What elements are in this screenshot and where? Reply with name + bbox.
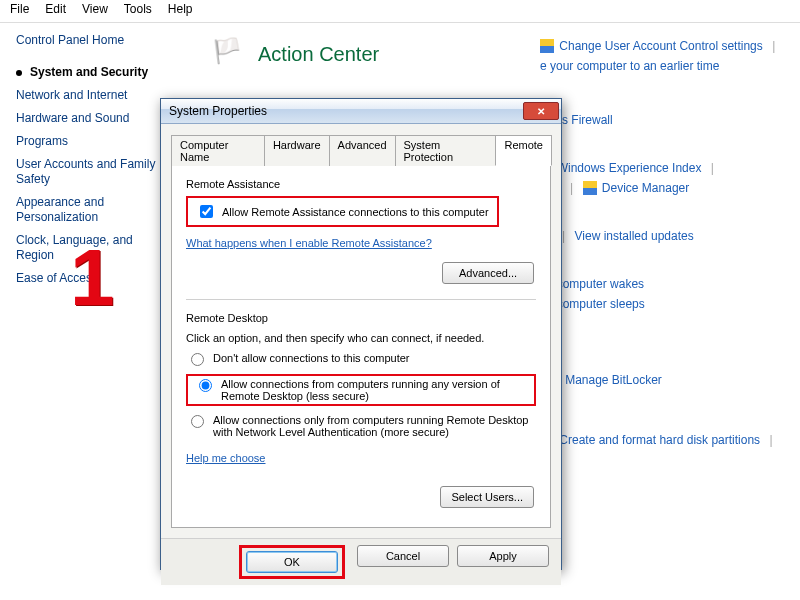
dialog-titlebar[interactable]: System Properties ✕: [161, 99, 561, 124]
tab-strip: Computer Name Hardware Advanced System P…: [171, 134, 551, 166]
menubar: File Edit View Tools Help: [0, 0, 800, 23]
radio-allow-any[interactable]: Allow connections from computers running…: [186, 374, 536, 406]
tab-panel-remote: Remote Assistance Allow Remote Assistanc…: [171, 166, 551, 528]
sidebar-item-network[interactable]: Network and Internet: [16, 88, 174, 103]
sidebar-item-hardware[interactable]: Hardware and Sound: [16, 111, 174, 126]
flag-icon: 🏳️: [212, 37, 242, 65]
apply-button[interactable]: Apply: [457, 545, 549, 567]
radio-dont-allow-input[interactable]: [191, 353, 204, 366]
dialog-footer: OK Cancel Apply: [161, 538, 561, 585]
control-panel-home-link[interactable]: Control Panel Home: [16, 33, 174, 47]
link-installed-updates[interactable]: View installed updates: [575, 229, 694, 243]
dialog-title: System Properties: [169, 104, 523, 118]
ok-button[interactable]: OK: [246, 551, 338, 573]
help-remote-assistance-link[interactable]: What happens when I enable Remote Assist…: [186, 237, 536, 249]
radio-dont-allow[interactable]: Don't allow connections to this computer: [186, 352, 536, 366]
link-devmgr[interactable]: Device Manager: [602, 181, 689, 195]
radio-allow-nla-input[interactable]: [191, 415, 204, 428]
bullet-icon: [16, 70, 22, 76]
ok-highlight: OK: [239, 545, 345, 579]
cancel-button[interactable]: Cancel: [357, 545, 449, 567]
sidebar-item-programs[interactable]: Programs: [16, 134, 174, 149]
tab-system-protection[interactable]: System Protection: [395, 135, 497, 166]
link-wei[interactable]: he Windows Experience Index: [540, 161, 701, 175]
menu-edit[interactable]: Edit: [39, 2, 72, 20]
link-sleep[interactable]: he computer sleeps: [540, 297, 790, 311]
shield-icon: [583, 181, 597, 195]
allow-remote-assistance-checkbox[interactable]: [200, 205, 213, 218]
link-bitlocker[interactable]: Manage BitLocker: [565, 373, 662, 387]
divider: [186, 299, 536, 300]
radio-dont-allow-label: Don't allow connections to this computer: [213, 352, 410, 364]
right-column: Change User Account Control settings | e…: [540, 33, 790, 453]
allow-remote-assistance-label: Allow Remote Assistance connections to t…: [222, 206, 489, 218]
select-users-button[interactable]: Select Users...: [440, 486, 534, 508]
radio-allow-any-label: Allow connections from computers running…: [221, 378, 528, 402]
menu-view[interactable]: View: [76, 2, 114, 20]
tab-remote[interactable]: Remote: [495, 135, 552, 166]
menu-file[interactable]: File: [4, 2, 35, 20]
link-restore[interactable]: e your computer to an earlier time: [540, 59, 790, 73]
tab-computer-name[interactable]: Computer Name: [171, 135, 265, 166]
advanced-button[interactable]: Advanced...: [442, 262, 534, 284]
remote-desktop-desc: Click an option, and then specify who ca…: [186, 332, 536, 344]
menu-help[interactable]: Help: [162, 2, 199, 20]
group-remote-desktop: Remote Desktop: [186, 312, 536, 324]
callout-1: 1: [70, 238, 115, 318]
sidebar-item-user-accounts[interactable]: User Accounts and Family Safety: [16, 157, 174, 187]
link-partitions[interactable]: Create and format hard disk partitions: [559, 433, 760, 447]
help-me-choose-link[interactable]: Help me choose: [186, 452, 536, 464]
system-properties-dialog: System Properties ✕ Computer Name Hardwa…: [160, 98, 562, 570]
allow-remote-assistance-row[interactable]: Allow Remote Assistance connections to t…: [186, 196, 499, 227]
sidebar-item-appearance[interactable]: Appearance and Personalization: [16, 195, 174, 225]
radio-allow-nla-label: Allow connections only from computers ru…: [213, 414, 536, 438]
link-uac[interactable]: Change User Account Control settings: [559, 39, 762, 53]
close-icon: ✕: [537, 106, 545, 117]
sidebar-item-system-security[interactable]: System and Security: [16, 65, 174, 80]
group-remote-assistance: Remote Assistance: [186, 178, 536, 190]
link-wake[interactable]: he computer wakes: [540, 277, 790, 291]
tab-advanced[interactable]: Advanced: [329, 135, 396, 166]
menu-tools[interactable]: Tools: [118, 2, 158, 20]
tab-hardware[interactable]: Hardware: [264, 135, 330, 166]
radio-allow-any-input[interactable]: [199, 379, 212, 392]
close-button[interactable]: ✕: [523, 102, 559, 120]
radio-allow-nla[interactable]: Allow connections only from computers ru…: [186, 414, 536, 438]
shield-uac-icon: [540, 39, 554, 53]
link-firewall[interactable]: dows Firewall: [540, 113, 790, 127]
